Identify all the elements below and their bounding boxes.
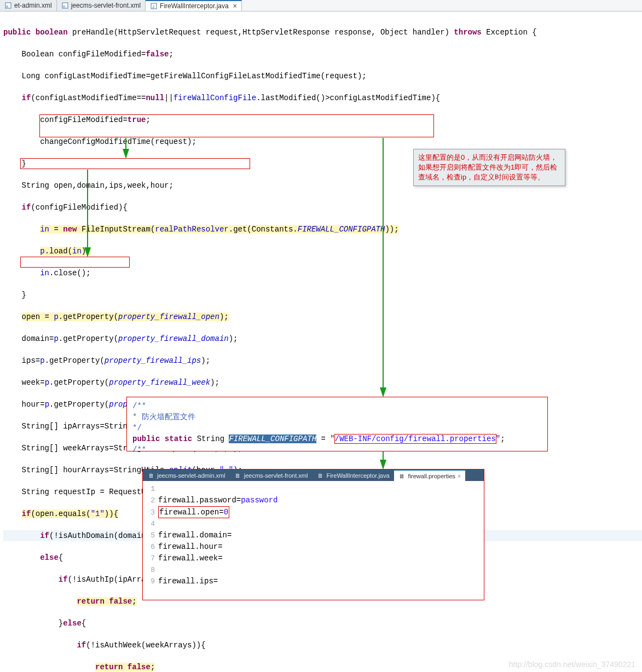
svg-text:J: J <box>152 4 154 9</box>
inset-tab-front[interactable]: 🗎jeecms-servlet-front.xml <box>230 470 313 481</box>
properties-file-icon: 🗎 <box>398 472 406 480</box>
inset-tab-java[interactable]: 🗎FireWallInterceptor.java <box>312 470 394 481</box>
java-file-icon: 🗎 <box>316 472 324 479</box>
xml-file-icon: x <box>4 2 12 9</box>
xml-file-icon: x <box>61 2 69 9</box>
annotation-callout: 这里配置的是0，从而没有开启网站防火墙，如果想开启则将配置文件改为1即可，然后检… <box>413 149 565 186</box>
tab-firewall-java[interactable]: J FireWallInterceptor.java × <box>146 0 242 11</box>
inset-tab-props[interactable]: 🗎firewall.properties× <box>394 470 466 481</box>
watermark: http://blog.csdn.net/weixin_37490221 <box>509 660 635 669</box>
tab-admin-xml[interactable]: x et-admin.xml <box>0 0 57 11</box>
tab-label: et-admin.xml <box>14 2 52 9</box>
properties-content[interactable]: 1 2firewall.password=password 3firewall.… <box>143 481 484 587</box>
inset-config-constant: /** * 防火墙配置文件 */ public static String FI… <box>126 397 548 451</box>
svg-text:x: x <box>63 4 65 9</box>
inset-tab-bar: 🗎jeecms-servlet-admin.xml 🗎jeecms-servle… <box>143 470 484 481</box>
java-file-icon: J <box>150 2 158 10</box>
annotation-text: 这里配置的是0，从而没有开启网站防火墙，如果想开启则将配置文件改为1即可，然后检… <box>418 153 557 181</box>
inset-properties-editor: 🗎jeecms-servlet-admin.xml 🗎jeecms-servle… <box>142 469 484 600</box>
close-icon[interactable]: × <box>458 473 461 479</box>
editor-tab-bar: x et-admin.xml x jeecms-servlet-front.xm… <box>0 0 642 11</box>
tab-label: jeecms-servlet-front.xml <box>71 2 141 9</box>
tab-label: FireWallInterceptor.java <box>160 2 229 10</box>
svg-text:x: x <box>6 4 8 9</box>
tab-front-xml[interactable]: x jeecms-servlet-front.xml <box>57 0 146 11</box>
xml-file-icon: 🗎 <box>147 472 155 479</box>
inset-tab-admin[interactable]: 🗎jeecms-servlet-admin.xml <box>143 470 230 481</box>
xml-file-icon: 🗎 <box>234 472 242 479</box>
close-icon[interactable]: × <box>233 2 237 10</box>
editor-root: x et-admin.xml x jeecms-servlet-front.xm… <box>0 0 642 672</box>
